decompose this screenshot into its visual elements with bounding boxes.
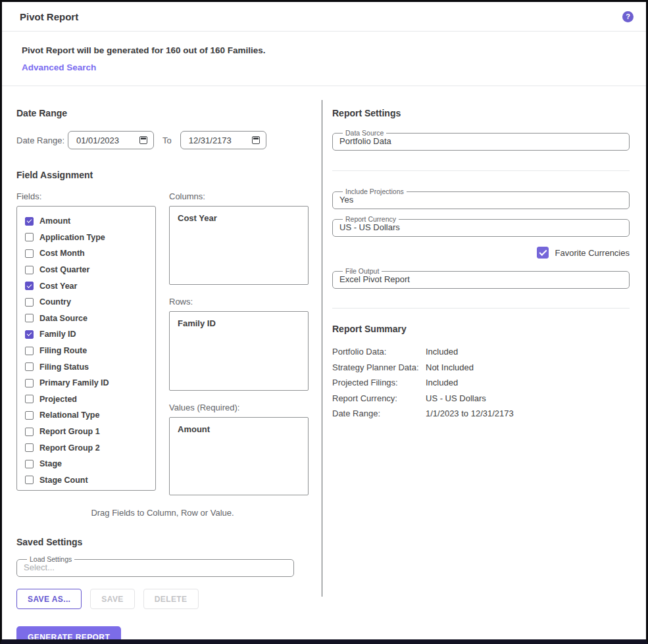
field-label: Relational Type [39, 410, 99, 420]
checkbox-icon[interactable] [25, 347, 34, 355]
column-divider [322, 100, 322, 597]
report-settings-heading: Report Settings [332, 108, 630, 118]
title-bar: Pivot Report ? [2, 2, 646, 32]
field-checkbox-item[interactable]: Stage [25, 456, 155, 472]
summary-row: Projected Filings: Included [332, 378, 630, 393]
assigned-value-field[interactable]: Amount [178, 424, 308, 434]
summary-label: Projected Filings: [332, 378, 426, 387]
rows-dropzone[interactable]: Family ID [169, 311, 309, 391]
saved-settings-heading: Saved Settings [16, 537, 310, 547]
field-label: Report Group 1 [39, 427, 100, 436]
field-checkbox-item[interactable]: Report Group 1 [25, 424, 155, 440]
checkbox-icon[interactable] [25, 395, 34, 403]
page-title: Pivot Report [20, 11, 78, 22]
checkbox-icon[interactable] [25, 460, 34, 468]
checkbox-icon[interactable] [25, 428, 34, 436]
fields-list: Amount Application Type Cost Month [16, 206, 156, 491]
summary-value: Included [426, 347, 458, 357]
field-checkbox-item[interactable]: Report Group 2 [25, 439, 155, 456]
include-projections-select[interactable]: Include Projections Yes [332, 187, 630, 209]
checkbox-icon[interactable] [25, 233, 34, 241]
field-label: Filing Route [39, 346, 87, 355]
field-label: Stage Count [39, 476, 88, 485]
advanced-search-link[interactable]: Advanced Search [22, 62, 96, 72]
checkbox-icon[interactable] [25, 298, 34, 307]
calendar-icon[interactable] [252, 136, 260, 144]
date-range-label: Date Range: [16, 136, 68, 145]
field-checkbox-item[interactable]: Family ID [25, 326, 155, 343]
summary-label: Report Currency: [332, 393, 426, 403]
field-label: Cost Quarter [39, 265, 89, 274]
field-checkbox-item[interactable]: Cost Quarter [25, 262, 155, 278]
help-icon[interactable]: ? [622, 11, 634, 22]
values-dropzone[interactable]: Amount [169, 417, 309, 495]
summary-label: Strategy Planner Data: [332, 362, 426, 372]
file-output-select[interactable]: File Output Excel Pivot Report [332, 267, 630, 289]
start-date-input[interactable]: 01/01/2023 [68, 131, 154, 149]
assigned-row-field[interactable]: Family ID [178, 318, 308, 328]
data-source-value: Portfolio Data [339, 136, 622, 146]
report-currency-select[interactable]: Report Currency US - US Dollars [332, 215, 630, 237]
checkbox-icon[interactable] [25, 282, 34, 290]
start-date-value: 01/01/2023 [76, 136, 119, 145]
delete-button[interactable]: DELETE [143, 589, 199, 609]
checkbox-icon[interactable] [25, 249, 34, 258]
field-checkbox-item[interactable]: Cost Month [25, 245, 155, 262]
field-checkbox-item[interactable]: Amount [25, 213, 155, 230]
divider [332, 308, 630, 309]
fields-panel: Fields: Amount Application Type [16, 191, 156, 495]
checkbox-icon[interactable] [25, 476, 34, 484]
field-checkbox-item[interactable]: Country [25, 294, 155, 310]
field-checkbox-item[interactable]: Primary Family ID [25, 375, 155, 391]
end-date-input[interactable]: 12/31/2173 [180, 131, 266, 149]
date-range-row: Date Range: 01/01/2023 To 12/31/2173 [16, 131, 310, 149]
assigned-column-field[interactable]: Cost Year [178, 213, 308, 223]
field-checkbox-item[interactable]: Data Source [25, 310, 155, 327]
summary-row: Strategy Planner Data: Not Included [332, 362, 630, 378]
field-checkbox-item[interactable]: Filing Route [25, 343, 155, 359]
load-settings-select[interactable]: Load Settings Select... [16, 555, 294, 577]
columns-dropzone[interactable]: Cost Year [169, 206, 309, 285]
field-label: Cost Year [39, 282, 77, 291]
field-label: Projected [39, 395, 77, 404]
field-label: Country [39, 297, 71, 307]
columns-label: Columns: [169, 191, 309, 201]
favorite-currencies-checkbox[interactable] [537, 247, 549, 259]
field-checkbox-item[interactable]: Filing Status [25, 359, 155, 375]
field-label: Family ID [39, 330, 76, 339]
field-label: Primary Family ID [39, 378, 109, 387]
calendar-icon[interactable] [139, 136, 147, 144]
field-label: Report Group 2 [39, 443, 100, 453]
generate-report-button[interactable]: GENERATE REPORT [16, 626, 121, 644]
save-as-button[interactable]: SAVE AS... [16, 589, 82, 609]
checkbox-icon[interactable] [25, 379, 34, 387]
divider [332, 170, 630, 171]
summary-value: Not Included [426, 362, 474, 372]
data-source-select[interactable]: Data Source Portfolio Data [332, 129, 630, 151]
favorite-currencies-row: Favorite Currencies [332, 247, 630, 259]
checkbox-icon[interactable] [25, 217, 34, 226]
checkbox-icon[interactable] [25, 330, 34, 339]
checkbox-icon[interactable] [25, 314, 34, 322]
date-range-heading: Date Range [16, 108, 310, 118]
field-label: Stage [39, 459, 62, 468]
field-checkbox-item[interactable]: Relational Type [25, 407, 155, 424]
checkbox-icon[interactable] [25, 443, 34, 452]
report-summary-heading: Report Summary [332, 324, 630, 334]
right-column: Report Settings Data Source Portfolio Da… [332, 86, 630, 424]
summary-value: Included [426, 378, 458, 387]
field-checkbox-item[interactable]: Application Type [25, 230, 155, 246]
save-button[interactable]: SAVE [90, 589, 134, 609]
field-checkbox-item[interactable]: Projected [25, 391, 155, 408]
date-to-label: To [162, 136, 172, 145]
pivot-report-dialog: Pivot Report ? Pivot Report will be gene… [0, 0, 648, 644]
field-checkbox-item[interactable]: Cost Year [25, 278, 155, 294]
assignment-panel: Columns: Cost Year Rows: Family ID Value… [169, 191, 309, 495]
load-settings-placeholder: Select... [24, 562, 287, 572]
checkbox-icon[interactable] [25, 266, 34, 274]
field-checkbox-item[interactable]: Stage Count [25, 472, 155, 489]
summary-label: Date Range: [332, 409, 426, 418]
end-date-value: 12/31/2173 [189, 136, 232, 145]
checkbox-icon[interactable] [25, 362, 34, 371]
checkbox-icon[interactable] [25, 411, 34, 420]
